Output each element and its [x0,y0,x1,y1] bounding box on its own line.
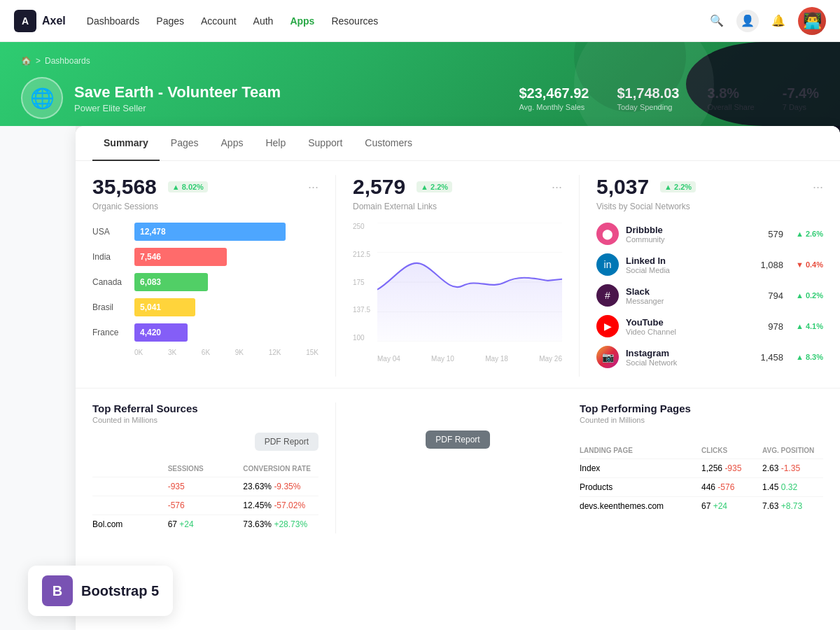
social-youtube: ▶ YouTube Video Channel 978 ▲ 4.1% [596,315,823,337]
youtube-change: ▲ 4.1% [796,322,823,330]
performing-pages: Top Performing Pages Counted in Millions… [580,402,823,533]
bar-row-france: France 4,420 [92,323,318,342]
profile-icon[interactable]: 👤 [736,10,759,32]
page-pos-3: 7.63 +8.73 [762,501,823,511]
dribbble-count: 579 [768,229,783,239]
brand-icon: A [14,10,36,32]
tab-customers[interactable]: Customers [354,126,424,161]
youtube-name: YouTube [626,317,761,328]
pages-title: Top Performing Pages [580,402,823,414]
ref-sessions-3: 67 +24 [168,519,244,529]
slack-change: ▲ 0.2% [796,291,823,300]
tab-support[interactable]: Support [297,126,354,161]
social-linkedin: in Linked In Social Media 1,088 ▼ 0.4% [596,253,823,276]
bar-usa: 12,478 [134,223,286,241]
navbar: A Axel Dashboards Pages Account Auth App… [0,0,840,42]
page-row-1: Index 1,256 -935 2.63 -1.35 [580,458,823,477]
pages-subtitle: Counted in Millions [580,416,823,424]
page-row-3: devs.keenthemes.com 67 +24 7.63 +8.73 [580,496,823,515]
seller-label: Power Elite Seller [74,103,281,113]
middle-pdf-btn[interactable]: PDF Report [426,430,489,449]
home-icon: 🏠 [21,56,31,66]
y-250: 250 [353,223,370,230]
instagram-count: 1,458 [760,352,783,363]
tab-help[interactable]: Help [254,126,297,161]
referral-subtitle: Counted in Millions [92,416,318,424]
nav-account[interactable]: Account [201,15,237,27]
breadcrumb-current: Dashboards [45,56,90,66]
nav-auth[interactable]: Auth [253,15,274,27]
nav-dashboards[interactable]: Dashboards [87,15,140,27]
side-panel-left [0,126,76,630]
bar-row-brasil: Brasil 5,041 [92,298,318,316]
metric3-label: Visits by Social Networks [596,202,823,211]
linkedin-name: Linked In [626,255,753,266]
brand[interactable]: A Axel [14,10,66,32]
metric-external-links: 2,579 ▲ 2.2% ··· Domain External Links 2… [336,175,580,377]
y-100: 100 [353,334,370,342]
bar-row-canada: Canada 6,083 [92,273,318,291]
hero-logo-icon: 🌐 [30,87,55,110]
bar-row-usa: USA 12,478 [92,223,318,241]
user-avatar[interactable]: 👨‍💻 [798,7,826,35]
social-instagram: 📷 Instagram Social Network 1,458 ▲ 8.3% [596,346,823,368]
metric1-badge: ▲ 8.02% [168,181,208,192]
nav-right: 🔍 👤 🔔 👨‍💻 [706,7,826,35]
youtube-category: Video Channel [626,328,761,336]
y-1375: 137.5 [353,306,370,314]
referral-headers: SESSIONS CONVERSION RATE [92,465,318,472]
stat-label-1: Avg. Monthly Sales [519,103,589,111]
nav-resources[interactable]: Resources [331,15,378,27]
nav-apps[interactable]: Apps [290,15,314,27]
axis-9k: 9K [235,349,244,356]
bar-canada-label: Canada [92,277,127,287]
referral-pdf-btn[interactable]: PDF Report [255,433,318,451]
tab-pages[interactable]: Pages [160,126,210,161]
metric3-more[interactable]: ··· [813,180,823,195]
ref-name-3: Bol.com [92,519,168,529]
nav-links: Dashboards Pages Account Auth Apps Resou… [87,15,706,27]
metric-social-networks: 5,037 ▲ 2.2% ··· Visits by Social Networ… [580,175,823,377]
pages-col-clicks: CLICKS [701,447,762,454]
metric2-value: 2,579 [353,175,405,199]
stat-label-2: Today Spending [617,103,680,111]
bar-usa-container: 12,478 [134,223,318,241]
referral-title: Top Referral Sources [92,402,318,414]
referral-row-1: -935 23.63% -9.35% [92,477,318,496]
youtube-icon: ▶ [596,315,619,337]
linkedin-category: Social Media [626,266,753,274]
stat-today-spending: $1,748.03 Today Spending [617,85,680,111]
bootstrap-text: Bootstrap 5 [81,583,159,599]
linkedin-icon: in [596,253,619,276]
notifications-icon[interactable]: 🔔 [767,10,790,32]
bootstrap-badge: B Bootstrap 5 [28,566,173,616]
youtube-info: YouTube Video Channel [626,317,761,336]
y-175: 175 [353,279,370,286]
dribbble-icon: ⬤ [596,223,619,245]
referral-row-3: Bol.com 67 +24 73.63% +28.73% [92,514,318,533]
linkedin-change: ▼ 0.4% [796,260,823,269]
search-icon[interactable]: 🔍 [706,10,728,32]
x-may04: May 04 [377,355,400,363]
page-clicks-1: 1,256 -935 [701,463,762,473]
ref-rate-1: 23.63% -9.35% [243,482,318,491]
metric2-more[interactable]: ··· [552,180,562,195]
slack-category: Messanger [626,297,761,305]
bar-usa-label: USA [92,227,127,237]
x-may18: May 18 [485,355,508,363]
page-name-1: Index [580,463,701,473]
instagram-icon: 📷 [596,346,619,368]
tab-apps[interactable]: Apps [210,126,255,161]
page-pos-1: 2.63 -1.35 [762,463,823,473]
instagram-change: ▲ 8.3% [796,353,823,361]
bar-canada: 6,083 [134,273,208,291]
page-clicks-2: 446 -576 [701,482,762,492]
page-name-3: devs.keenthemes.com [580,501,701,511]
dribbble-change: ▲ 2.6% [796,230,823,238]
stat-value-1: $23,467.92 [519,85,589,102]
tab-summary[interactable]: Summary [92,126,160,161]
slack-count: 794 [768,290,783,301]
metric1-more[interactable]: ··· [308,180,318,195]
linkedin-count: 1,088 [760,260,783,270]
nav-pages[interactable]: Pages [156,15,184,27]
